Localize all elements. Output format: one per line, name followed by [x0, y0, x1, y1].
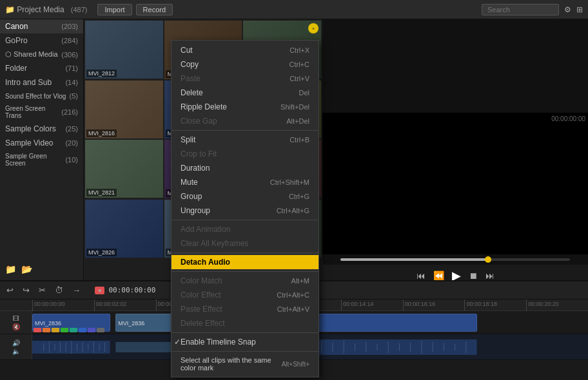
sidebar-count-samplevid: (20)	[65, 139, 78, 147]
ctx-group[interactable]: Group Ctrl+G	[172, 189, 318, 204]
svg-rect-25	[399, 343, 400, 351]
sidebar-label-folder: Folder	[5, 64, 27, 73]
sidebar-item-intro[interactable]: Intro and Sub (14)	[0, 75, 83, 90]
context-menu: Cut Ctrl+X Copy Ctrl+C Paste Ctrl+V Dele…	[171, 40, 319, 377]
thumb-label-1: MVI_2812	[86, 70, 117, 77]
ctx-detach-audio[interactable]: Detach Audio	[172, 255, 318, 269]
ctx-copy[interactable]: Copy Ctrl+C	[172, 57, 318, 71]
sidebar-item-sound[interactable]: Sound Effect for Vlog (5)	[0, 90, 83, 102]
ctx-sep-3	[172, 252, 318, 253]
sidebar-item-colors[interactable]: Sample Colors (25)	[0, 122, 83, 136]
track-mute-icon[interactable]: 🔇	[12, 323, 20, 330]
track-icon-audio: 🔊	[12, 339, 20, 347]
arrow-button[interactable]: →	[70, 284, 83, 296]
color-mark-red	[34, 328, 41, 332]
folder-icon2[interactable]: 📂	[21, 264, 32, 274]
sidebar-count-colors: (25)	[65, 125, 78, 133]
grid-icon[interactable]: ⊞	[576, 5, 583, 14]
media-thumb-1[interactable]: MVI_2812	[85, 21, 163, 79]
sidebar-item-folder[interactable]: Folder (71)	[0, 61, 83, 75]
search-input[interactable]	[482, 4, 559, 15]
sidebar-count-green: (216)	[61, 108, 78, 116]
ctx-mute-shortcut: Ctrl+Shift+M	[270, 178, 309, 186]
sidebar-item-samplevid[interactable]: Sample Video (20)	[0, 136, 83, 150]
import-button[interactable]: Import	[97, 4, 132, 15]
ctx-group-label: Group	[181, 192, 202, 201]
ctx-mute[interactable]: Mute Ctrl+Shift+M	[172, 175, 318, 189]
sidebar-label-sound: Sound Effect for Vlog	[5, 93, 66, 100]
fastfwd-button[interactable]: ⏭	[485, 271, 495, 281]
ruler-mark-5: 00:00:14:14	[341, 299, 403, 311]
svg-rect-26	[410, 343, 411, 352]
ctx-select-color-mark-shortcut: Alt+Shift+	[282, 361, 309, 368]
redo-button[interactable]: ↪	[20, 284, 32, 296]
ctx-delete-label: Delete	[181, 88, 203, 97]
ctx-ripple-delete[interactable]: Ripple Delete Shift+Del	[172, 100, 318, 114]
svg-rect-11	[88, 344, 88, 350]
undo-button[interactable]: ↩	[4, 284, 16, 296]
svg-rect-8	[71, 341, 72, 354]
ctx-sep-2	[172, 220, 318, 220]
sidebar-item-gopro[interactable]: GoPro (284)	[0, 33, 83, 48]
sidebar-item-shared[interactable]: ⬡ Shared Media (306)	[0, 48, 83, 61]
ctx-paste-effect-label: Paste Effect	[181, 305, 222, 314]
sidebar-count-samplegreen: (10)	[65, 156, 78, 164]
ctx-ripple-delete-shortcut: Shift+Del	[280, 103, 309, 111]
ctx-color-effect: Color Effect Ctrl+Alt+C	[172, 288, 318, 302]
ctx-sep-1	[172, 130, 318, 131]
sidebar-count-canon: (203)	[61, 23, 78, 30]
top-bar: 📁 Project Media (487) Import Record ⚙ ⊞	[0, 0, 588, 19]
preview-progress-fill	[340, 258, 490, 261]
stop-button[interactable]: ⏹	[469, 271, 478, 281]
ruler-mark-7: 00:00:18:18	[464, 299, 526, 311]
svg-rect-5	[54, 344, 55, 350]
svg-rect-28	[433, 342, 433, 352]
media-thumb-4[interactable]: MVI_2816	[85, 81, 163, 138]
ctx-crop: Crop to Fit	[172, 147, 318, 161]
ctx-cut[interactable]: Cut Ctrl+X	[172, 43, 318, 57]
svg-rect-30	[455, 344, 455, 350]
preview-playhead[interactable]	[485, 256, 491, 263]
ctx-duration[interactable]: Duration	[172, 161, 318, 175]
svg-rect-31	[466, 341, 466, 353]
media-thumb-10[interactable]: MVI_2826	[85, 200, 163, 258]
ctx-ungroup-shortcut: Ctrl+Alt+G	[277, 207, 309, 214]
svg-rect-14	[104, 343, 105, 352]
sidebar-item-samplegreen[interactable]: Sample Green Screen (10)	[0, 150, 83, 169]
ctx-group-shortcut: Ctrl+G	[289, 193, 309, 200]
ctx-close-gap: Close Gap Alt+Del	[172, 114, 318, 128]
ctx-timeline-snap[interactable]: Enable Timeline Snap	[172, 335, 318, 349]
rewind-button[interactable]: ⏮	[416, 271, 426, 281]
ctx-split[interactable]: Split Ctrl+B	[172, 133, 318, 147]
ctx-add-animation-label: Add Animation	[181, 225, 230, 234]
folder-add-icon[interactable]: 📁	[5, 264, 16, 274]
ctx-delete-shortcut: Del	[299, 89, 309, 97]
sidebar-item-green[interactable]: Green Screen Trans (216)	[0, 102, 83, 122]
svg-rect-27	[421, 341, 422, 354]
media-thumb-7[interactable]: MVI_2821	[85, 140, 163, 198]
preview-progress-bar[interactable]	[340, 258, 570, 261]
app-title: 📁 Project Media	[5, 5, 64, 14]
marker-button[interactable]: ●	[95, 287, 104, 294]
ctx-select-color-mark[interactable]: Select all clips with the same color mar…	[172, 354, 318, 374]
track-vol-icon[interactable]: 🔈	[12, 348, 20, 355]
record-button[interactable]: Record	[136, 4, 173, 15]
ctx-sep-4	[172, 271, 318, 272]
svg-rect-21	[355, 343, 355, 351]
cut-button[interactable]: ✂	[36, 284, 48, 296]
sidebar-item-canon[interactable]: Canon (203)	[0, 19, 83, 33]
play-back-button[interactable]: ⏪	[433, 271, 444, 281]
ruler-mark-0: 00:00:00:00	[32, 299, 94, 311]
ctx-delete-effect-label: Delete Effect	[181, 319, 224, 328]
ctx-mute-label: Mute	[181, 178, 198, 187]
svg-rect-3	[43, 343, 44, 351]
clock-button[interactable]: ⏱	[52, 284, 66, 296]
sidebar-label-green: Green Screen Trans	[5, 105, 61, 119]
filter-icon[interactable]: ⚙	[564, 5, 571, 14]
svg-rect-19	[332, 343, 333, 352]
ctx-cut-label: Cut	[181, 46, 193, 55]
ctx-delete[interactable]: Delete Del	[172, 86, 318, 100]
ctx-ungroup[interactable]: Ungroup Ctrl+Alt+G	[172, 204, 318, 218]
ctx-ungroup-label: Ungroup	[181, 206, 210, 215]
ctx-crop-label: Crop to Fit	[181, 149, 217, 158]
